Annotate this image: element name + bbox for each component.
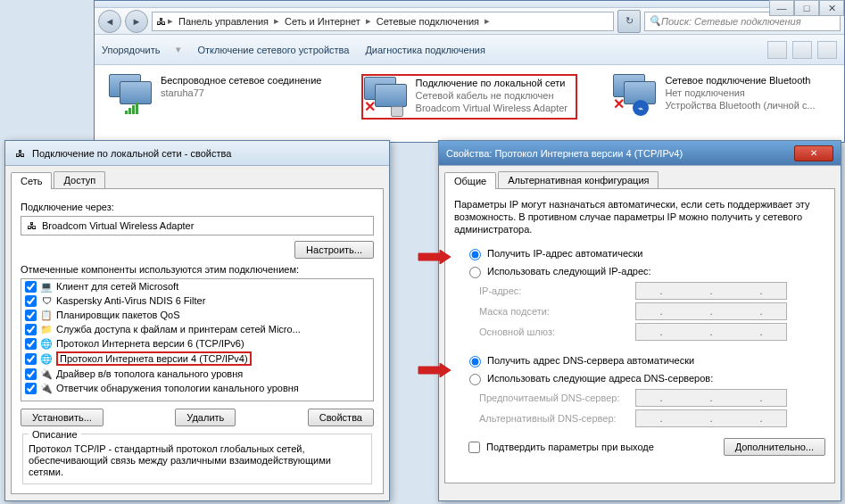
disconnected-x-icon: ✕ bbox=[613, 95, 625, 112]
checkbox[interactable] bbox=[25, 338, 37, 350]
list-item: 📋Планировщик пакетов QoS bbox=[21, 308, 373, 322]
checkbox[interactable] bbox=[25, 368, 37, 380]
tabs: Сеть Доступ bbox=[11, 171, 384, 189]
ipv4-properties-dialog: Свойства: Протокол Интернета версии 4 (T… bbox=[438, 140, 841, 501]
field-label: Маска подсети: bbox=[479, 306, 635, 317]
protocol-icon: 🌐 bbox=[40, 352, 53, 365]
description-text: Протокол TCP/IP - стандартный протокол г… bbox=[29, 443, 366, 478]
connection-bluetooth[interactable]: ✕ ⌁ Сетевое подключение Bluetooth Нет по… bbox=[613, 74, 830, 120]
connection-properties-dialog: 🖧 Подключение по локальной сети - свойст… bbox=[4, 140, 390, 501]
ip-input: ... bbox=[635, 302, 787, 320]
radio-ip-manual[interactable]: Использовать следующий IP-адрес: bbox=[465, 264, 825, 278]
tab-access[interactable]: Доступ bbox=[54, 171, 105, 188]
checkbox-label: Подтвердить параметры при выходе bbox=[486, 442, 654, 452]
minimize-button[interactable]: ― bbox=[769, 0, 794, 16]
network-icon: 🖧 bbox=[12, 146, 27, 161]
field-label: Основной шлюз: bbox=[479, 326, 635, 337]
checkbox[interactable] bbox=[25, 310, 37, 321]
checkbox[interactable] bbox=[25, 295, 37, 307]
tab-panel: Подключение через: 🖧 Broadcom Virtual Wi… bbox=[11, 189, 384, 494]
ip-input: ... bbox=[635, 409, 787, 427]
field-label: IP-адрес: bbox=[479, 285, 635, 296]
help-button[interactable] bbox=[817, 41, 837, 59]
tab-alternative[interactable]: Альтернативная конфигурация bbox=[498, 171, 659, 188]
gateway-field: Основной шлюз: ... bbox=[479, 323, 825, 341]
advanced-button[interactable]: Дополнительно... bbox=[724, 438, 825, 456]
protocol-icon: 🌐 bbox=[40, 337, 53, 350]
connection-lan[interactable]: ✕ Подключение по локальной сети Сетевой … bbox=[361, 74, 578, 120]
organize-button[interactable]: Упорядочить bbox=[102, 45, 160, 55]
crumb-controlpanel[interactable]: Панель управления bbox=[175, 16, 272, 27]
subnet-mask-field: Маска подсети: ... bbox=[479, 302, 825, 320]
tabs: Общие Альтернативная конфигурация bbox=[444, 171, 835, 189]
list-item: 🌐Протокол Интернета версии 6 (TCP/IPv6) bbox=[21, 336, 373, 351]
configure-button[interactable]: Настроить... bbox=[294, 241, 374, 259]
checkbox[interactable] bbox=[25, 324, 37, 335]
ip-input: ... bbox=[635, 323, 787, 341]
connections-area: Беспроводное сетевое соединение staruha7… bbox=[95, 65, 844, 128]
checkbox[interactable] bbox=[25, 281, 37, 293]
conn-status: Нет подключения bbox=[665, 87, 830, 99]
ip-address-field: IP-адрес: ... bbox=[479, 282, 825, 300]
components-list[interactable]: 💻Клиент для сетей Microsoft 🛡Kaspersky A… bbox=[21, 278, 374, 401]
radio-dns-manual[interactable]: Использовать следующие адреса DNS-сервер… bbox=[465, 371, 825, 385]
maximize-button[interactable]: □ bbox=[794, 0, 819, 16]
refresh-button[interactable]: ↻ bbox=[617, 10, 641, 33]
close-button[interactable]: ✕ bbox=[794, 145, 833, 161]
disconnected-x-icon: ✕ bbox=[364, 98, 376, 115]
dialog-title: Свойства: Протокол Интернета версии 4 (T… bbox=[446, 148, 683, 159]
address-bar: ◄ ► 🖧 ▸ Панель управления ▸ Сеть и Интер… bbox=[95, 8, 844, 35]
checkbox[interactable] bbox=[25, 353, 37, 365]
preview-button[interactable] bbox=[792, 41, 812, 59]
intro-text: Параметры IP могут назначаться автоматич… bbox=[454, 198, 825, 235]
close-button[interactable]: ✕ bbox=[819, 0, 844, 16]
titlebar: ― □ ✕ bbox=[95, 1, 844, 8]
checkbox[interactable] bbox=[25, 383, 37, 394]
radio-ip-auto[interactable]: Получить IP-адрес автоматически bbox=[465, 246, 825, 260]
remove-button[interactable]: Удалить bbox=[175, 409, 236, 426]
validate-checkbox-row[interactable]: Подтвердить параметры при выходе Дополни… bbox=[465, 438, 825, 456]
install-button[interactable]: Установить... bbox=[21, 409, 104, 426]
ip-input: ... bbox=[635, 282, 787, 300]
radio[interactable] bbox=[469, 267, 481, 278]
client-icon: 💻 bbox=[40, 280, 53, 293]
tab-panel: Параметры IP могут назначаться автоматич… bbox=[444, 189, 835, 483]
breadcrumb[interactable]: 🖧 ▸ Панель управления ▸ Сеть и Интернет … bbox=[152, 12, 614, 31]
tab-general[interactable]: Общие bbox=[444, 172, 496, 189]
properties-button[interactable]: Свойства bbox=[308, 409, 374, 426]
dns-alt-field: Альтернативный DNS-сервер: ... bbox=[479, 409, 825, 427]
components-label: Отмеченные компоненты используются этим … bbox=[21, 264, 374, 275]
field-label: Альтернативный DNS-сервер: bbox=[479, 413, 635, 424]
disable-device-button[interactable]: Отключение сетевого устройства bbox=[197, 45, 349, 55]
dialog-title: Подключение по локальной сети - свойства bbox=[32, 148, 231, 159]
diagnose-button[interactable]: Диагностика подключения bbox=[365, 45, 485, 55]
annotation-arrow-icon bbox=[417, 363, 452, 377]
wifi-icon bbox=[109, 74, 153, 114]
radio-dns-auto[interactable]: Получить адрес DNS-сервера автоматически bbox=[465, 353, 825, 368]
radio[interactable] bbox=[469, 249, 481, 260]
conn-title: Беспроводное сетевое соединение bbox=[161, 74, 326, 87]
ip-input: ... bbox=[635, 389, 787, 407]
conn-title: Подключение по локальной сети bbox=[416, 77, 576, 89]
network-icon: 🖧 bbox=[156, 16, 166, 27]
view-button[interactable] bbox=[767, 41, 787, 59]
checkbox[interactable] bbox=[468, 442, 480, 453]
toolbar: Упорядочить ▾ Отключение сетевого устрой… bbox=[95, 35, 844, 65]
radio-label: Использовать следующий IP-адрес: bbox=[487, 266, 651, 277]
radio[interactable] bbox=[469, 374, 481, 385]
list-item: 🔌Ответчик обнаружения топологии канально… bbox=[21, 381, 373, 395]
tab-network[interactable]: Сеть bbox=[11, 172, 52, 189]
connection-wifi[interactable]: Беспроводное сетевое соединение staruha7… bbox=[109, 74, 326, 120]
list-item: 🔌Драйвер в/в тополога канального уровня bbox=[21, 367, 373, 381]
list-item: 💻Клиент для сетей Microsoft bbox=[21, 279, 373, 293]
adapter-box: 🖧 Broadcom Virtual Wireless Adapter bbox=[21, 216, 374, 235]
crumb-connections[interactable]: Сетевые подключения bbox=[373, 16, 483, 27]
back-button[interactable]: ◄ bbox=[98, 10, 121, 33]
forward-button[interactable]: ► bbox=[125, 10, 148, 33]
connect-via-label: Подключение через: bbox=[21, 202, 374, 212]
conn-device: Broadcom Virtual Wireless Adapter bbox=[416, 102, 576, 114]
crumb-network[interactable]: Сеть и Интернет bbox=[281, 16, 364, 27]
radio[interactable] bbox=[469, 356, 481, 368]
description-title: Описание bbox=[29, 429, 81, 440]
conn-device: staruha77 bbox=[161, 87, 326, 99]
